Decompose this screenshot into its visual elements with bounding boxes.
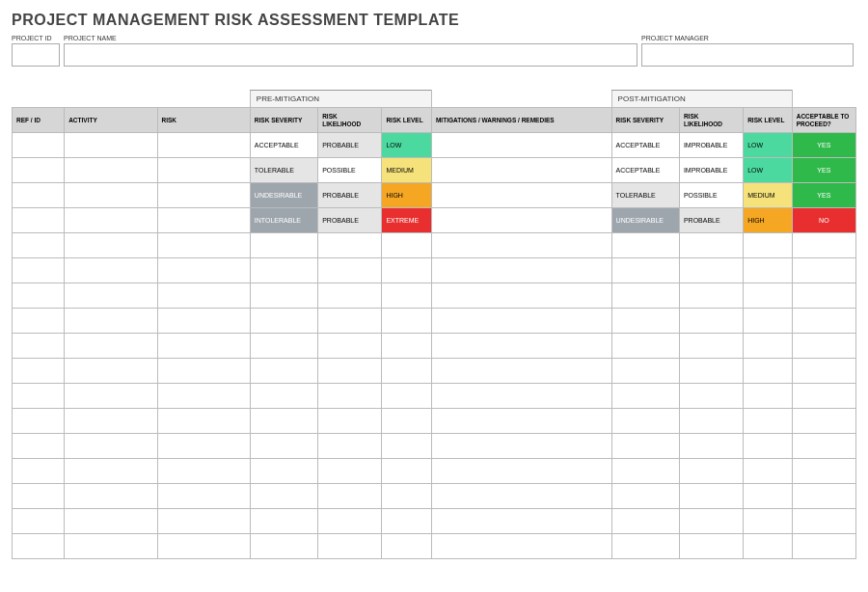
- project-name-input[interactable]: [64, 43, 637, 67]
- empty-cell[interactable]: [250, 509, 317, 534]
- empty-cell[interactable]: [318, 409, 382, 434]
- empty-cell[interactable]: [157, 509, 250, 534]
- empty-cell[interactable]: [679, 509, 743, 534]
- empty-cell[interactable]: [792, 309, 855, 334]
- empty-cell[interactable]: [792, 359, 855, 384]
- empty-cell[interactable]: [679, 258, 743, 283]
- cell-pre-level[interactable]: HIGH: [382, 183, 432, 208]
- cell-risk[interactable]: [157, 208, 250, 233]
- empty-cell[interactable]: [382, 534, 432, 559]
- empty-cell[interactable]: [431, 283, 611, 309]
- empty-cell[interactable]: [13, 534, 65, 559]
- cell-acceptable[interactable]: YES: [792, 183, 855, 208]
- empty-cell[interactable]: [431, 233, 611, 258]
- empty-cell[interactable]: [679, 359, 743, 384]
- empty-cell[interactable]: [744, 384, 793, 409]
- empty-cell[interactable]: [382, 409, 432, 434]
- cell-pre-severity[interactable]: ACCEPTABLE: [250, 133, 317, 158]
- empty-cell[interactable]: [744, 309, 793, 334]
- empty-cell[interactable]: [318, 309, 382, 334]
- empty-cell[interactable]: [792, 534, 855, 559]
- empty-cell[interactable]: [382, 484, 432, 509]
- empty-cell[interactable]: [65, 309, 157, 334]
- empty-cell[interactable]: [250, 534, 317, 559]
- empty-cell[interactable]: [250, 434, 317, 459]
- cell-pre-likelihood[interactable]: POSSIBLE: [318, 158, 382, 183]
- empty-cell[interactable]: [318, 534, 382, 559]
- empty-cell[interactable]: [382, 459, 432, 484]
- empty-cell[interactable]: [382, 334, 432, 359]
- empty-cell[interactable]: [679, 459, 743, 484]
- empty-cell[interactable]: [318, 509, 382, 534]
- empty-cell[interactable]: [611, 233, 679, 258]
- empty-cell[interactable]: [318, 334, 382, 359]
- project-manager-input[interactable]: [641, 43, 854, 67]
- cell-ref[interactable]: [13, 208, 65, 233]
- cell-pre-severity[interactable]: UNDESIRABLE: [250, 183, 317, 208]
- cell-post-severity[interactable]: ACCEPTABLE: [611, 158, 679, 183]
- empty-cell[interactable]: [13, 384, 65, 409]
- empty-cell[interactable]: [792, 409, 855, 434]
- empty-cell[interactable]: [679, 484, 743, 509]
- cell-post-level[interactable]: MEDIUM: [744, 183, 793, 208]
- empty-cell[interactable]: [157, 534, 250, 559]
- empty-cell[interactable]: [611, 359, 679, 384]
- cell-activity[interactable]: [65, 208, 157, 233]
- empty-cell[interactable]: [157, 484, 250, 509]
- cell-post-likelihood[interactable]: PROBABLE: [679, 208, 743, 233]
- cell-acceptable[interactable]: NO: [792, 208, 855, 233]
- empty-cell[interactable]: [13, 509, 65, 534]
- empty-cell[interactable]: [13, 258, 65, 283]
- empty-cell[interactable]: [611, 459, 679, 484]
- cell-risk[interactable]: [157, 183, 250, 208]
- empty-cell[interactable]: [679, 409, 743, 434]
- empty-cell[interactable]: [65, 534, 157, 559]
- empty-cell[interactable]: [157, 233, 250, 258]
- empty-cell[interactable]: [250, 283, 317, 309]
- cell-activity[interactable]: [65, 133, 157, 158]
- empty-cell[interactable]: [318, 434, 382, 459]
- empty-cell[interactable]: [65, 233, 157, 258]
- empty-cell[interactable]: [679, 434, 743, 459]
- empty-cell[interactable]: [157, 409, 250, 434]
- empty-cell[interactable]: [382, 258, 432, 283]
- empty-cell[interactable]: [250, 484, 317, 509]
- empty-cell[interactable]: [318, 359, 382, 384]
- empty-cell[interactable]: [382, 509, 432, 534]
- empty-cell[interactable]: [250, 309, 317, 334]
- empty-cell[interactable]: [318, 283, 382, 309]
- empty-cell[interactable]: [157, 384, 250, 409]
- empty-cell[interactable]: [65, 359, 157, 384]
- empty-cell[interactable]: [744, 334, 793, 359]
- empty-cell[interactable]: [382, 309, 432, 334]
- empty-cell[interactable]: [13, 283, 65, 309]
- empty-cell[interactable]: [792, 233, 855, 258]
- empty-cell[interactable]: [65, 283, 157, 309]
- empty-cell[interactable]: [611, 334, 679, 359]
- cell-activity[interactable]: [65, 158, 157, 183]
- empty-cell[interactable]: [157, 258, 250, 283]
- empty-cell[interactable]: [611, 409, 679, 434]
- empty-cell[interactable]: [744, 484, 793, 509]
- empty-cell[interactable]: [65, 409, 157, 434]
- cell-pre-likelihood[interactable]: PROBABLE: [318, 208, 382, 233]
- cell-ref[interactable]: [13, 158, 65, 183]
- empty-cell[interactable]: [792, 258, 855, 283]
- cell-ref[interactable]: [13, 183, 65, 208]
- empty-cell[interactable]: [157, 434, 250, 459]
- empty-cell[interactable]: [611, 484, 679, 509]
- empty-cell[interactable]: [13, 409, 65, 434]
- empty-cell[interactable]: [157, 309, 250, 334]
- cell-risk[interactable]: [157, 133, 250, 158]
- empty-cell[interactable]: [318, 258, 382, 283]
- empty-cell[interactable]: [679, 233, 743, 258]
- empty-cell[interactable]: [157, 359, 250, 384]
- empty-cell[interactable]: [65, 384, 157, 409]
- cell-ref[interactable]: [13, 133, 65, 158]
- empty-cell[interactable]: [744, 258, 793, 283]
- empty-cell[interactable]: [157, 459, 250, 484]
- empty-cell[interactable]: [157, 283, 250, 309]
- empty-cell[interactable]: [431, 484, 611, 509]
- empty-cell[interactable]: [679, 309, 743, 334]
- empty-cell[interactable]: [792, 283, 855, 309]
